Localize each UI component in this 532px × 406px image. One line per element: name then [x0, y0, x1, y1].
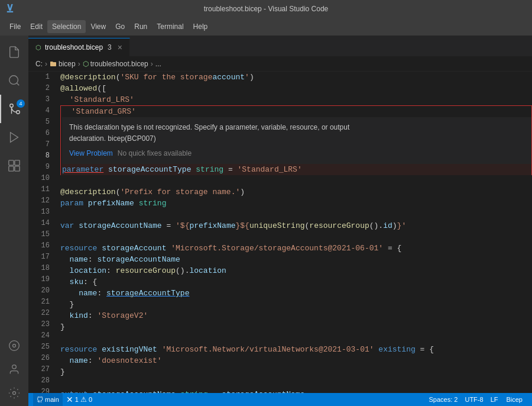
code-line-27 — [60, 378, 532, 389]
status-errors[interactable]: ✕ 1 ⚠ 0 — [63, 393, 96, 406]
svg-point-11 — [12, 365, 17, 369]
menu-terminal[interactable]: Terminal — [152, 20, 188, 33]
code-line-17: location : resourceGroup (). location — [60, 265, 532, 276]
svg-line-1 — [17, 83, 19, 85]
code-editor[interactable]: 1 2 3 4 5 6 7 8 9 10 11 12 13 14 15 16 1… — [28, 72, 532, 393]
code-line-24: resource existingVNet 'Microsoft.Network… — [60, 344, 532, 355]
line-num-1: 1 — [28, 72, 50, 83]
code-line-11: param prefixName string — [60, 198, 532, 209]
title-bar-text: troubleshoot.bicep - Visual Studio Code — [204, 5, 329, 13]
code-line-3: 'Standard_LRS' — [60, 94, 532, 105]
tab-modified: 3 — [108, 43, 112, 51]
svg-marker-4 — [11, 133, 18, 143]
view-problem-button[interactable]: View Problem — [69, 148, 113, 159]
line-num-16: 16 — [28, 240, 50, 252]
svg-point-12 — [13, 392, 16, 395]
line-num-25: 25 — [28, 341, 50, 353]
line-num-18: 18 — [28, 263, 50, 274]
code-line-8: parameter storageAccountType string = 'S… — [62, 164, 531, 175]
accounts-icon[interactable] — [0, 357, 28, 381]
breadcrumb-folder[interactable]: bicep — [50, 60, 76, 68]
vscode-logo-icon: ⊻ — [6, 2, 14, 15]
code-line-19: name : storageAccountType — [60, 288, 532, 299]
code-line-23 — [60, 333, 532, 344]
code-line-9 — [60, 175, 532, 186]
status-remote[interactable]: main — [33, 393, 63, 406]
breadcrumb-sep3: › — [151, 60, 153, 68]
code-line-15: resource storageAccount 'Microsoft.Stora… — [60, 243, 532, 254]
line-num-14: 14 — [28, 218, 50, 229]
svg-point-9 — [9, 341, 20, 351]
menu-edit[interactable]: Edit — [25, 20, 47, 33]
source-control-icon[interactable]: 4 — [0, 95, 28, 123]
line-num-3: 3 — [28, 94, 50, 105]
breadcrumb-drive[interactable]: C: — [35, 60, 43, 68]
status-spaces[interactable]: Spaces: 2 — [426, 393, 462, 406]
status-encoding[interactable]: UTF-8 — [461, 393, 486, 406]
settings-icon[interactable] — [0, 381, 28, 405]
code-line-20: } — [60, 299, 532, 310]
tab-troubleshoot-bicep[interactable]: ⬡ troubleshoot.bicep 3 × — [28, 38, 130, 56]
error-popup: This declaration type is not recognized.… — [62, 117, 531, 164]
main-layout: 4 — [0, 36, 532, 406]
error-message-line2: declaration. bicep(BCP007) — [69, 133, 524, 144]
menu-selection[interactable]: Selection — [47, 20, 86, 33]
search-icon[interactable] — [0, 66, 28, 95]
code-line-22: } — [60, 321, 532, 333]
line-num-21: 21 — [28, 297, 50, 308]
code-content: @description('SKU for the storage accoun… — [58, 72, 532, 393]
status-line-ending[interactable]: LF — [487, 393, 502, 406]
code-line-21: kind : 'StorageV2' — [60, 310, 532, 321]
code-line-25: name : 'doesnotexist' — [60, 355, 532, 366]
svg-point-0 — [9, 76, 18, 85]
code-line-2: @allowed([ — [60, 83, 532, 94]
code-line-16: name : storageAccountName — [60, 254, 532, 265]
menu-file[interactable]: File — [5, 20, 25, 33]
code-line-10: @description('Prefix for storage name.') — [60, 186, 532, 198]
line-num-6: 6 — [28, 128, 50, 139]
svg-point-10 — [13, 344, 16, 347]
line-num-15: 15 — [28, 229, 50, 240]
menu-go[interactable]: Go — [111, 20, 129, 33]
tab-file-icon: ⬡ — [35, 44, 41, 51]
line-num-10: 10 — [28, 173, 50, 184]
no-quick-fix-text: No quick fixes available — [118, 148, 192, 159]
code-line-4: 'Standard_GRS' — [62, 106, 531, 117]
breadcrumb-sep2: › — [78, 60, 80, 68]
svg-rect-7 — [9, 166, 14, 171]
line-num-26: 26 — [28, 353, 50, 364]
menu-run[interactable]: Run — [129, 20, 152, 33]
status-bar: main ✕ 1 ⚠ 0 Spaces: 2 UTF-8 LF Bicep — [28, 393, 532, 406]
line-num-11: 11 — [28, 184, 50, 195]
menu-view[interactable]: View — [86, 20, 111, 33]
remote-icon[interactable] — [0, 334, 28, 357]
breadcrumb-more[interactable]: ... — [155, 60, 161, 68]
extensions-icon[interactable] — [0, 152, 28, 180]
source-control-badge: 4 — [17, 99, 25, 108]
error-message-line1: This declaration type is not recognized.… — [69, 122, 524, 133]
line-num-24: 24 — [28, 330, 50, 341]
tab-bar: ⬡ troubleshoot.bicep 3 × — [28, 36, 532, 56]
line-numbers: 1 2 3 4 5 6 7 8 9 10 11 12 13 14 15 16 1… — [28, 72, 58, 393]
line-num-12: 12 — [28, 195, 50, 207]
line-num-2: 2 — [28, 83, 50, 94]
files-icon[interactable] — [0, 38, 28, 66]
menu-bar: File Edit Selection View Go Run Terminal… — [0, 18, 532, 36]
code-line-18: sku : { — [60, 276, 532, 288]
svg-point-3 — [10, 104, 14, 108]
run-debug-icon[interactable] — [0, 123, 28, 152]
menu-help[interactable]: Help — [189, 20, 213, 33]
line-num-22: 22 — [28, 308, 50, 319]
code-line-13: var storageAccountName = '${prefixName}$… — [60, 220, 532, 231]
code-line-14 — [60, 231, 532, 243]
line-num-28: 28 — [28, 375, 50, 386]
breadcrumb-file[interactable]: ⬡ troubleshoot.bicep — [83, 60, 148, 68]
error-popup-actions: View Problem No quick fixes available — [69, 148, 524, 159]
status-language[interactable]: Bicep — [501, 393, 527, 406]
activity-bar: 4 — [0, 36, 28, 406]
line-num-20: 20 — [28, 285, 50, 297]
svg-rect-6 — [15, 160, 20, 165]
tab-label: troubleshoot.bicep — [45, 43, 103, 51]
tab-close-icon[interactable]: × — [118, 43, 122, 52]
code-line-1: @description('SKU for the storage accoun… — [60, 72, 532, 83]
